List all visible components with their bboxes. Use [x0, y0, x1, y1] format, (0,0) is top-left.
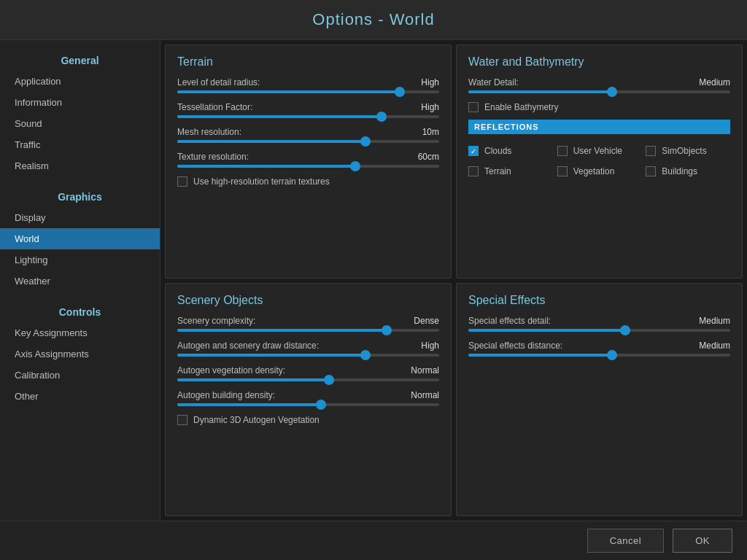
sidebar: General Application Information Sound Tr…	[0, 40, 160, 521]
lod-radius-label: Level of detail radius:	[177, 77, 260, 88]
dynamic-autogen-label: Dynamic 3D Autogen Vegetation	[193, 415, 320, 425]
reflect-buildings-checkbox[interactable]	[646, 166, 656, 176]
reflect-buildings-label: Buildings	[662, 166, 697, 176]
reflect-terrain-row: Terrain	[468, 166, 553, 176]
building-density-value: Normal	[411, 390, 439, 400]
texture-resolution-label: Texture resolution:	[177, 152, 249, 162]
building-density-track[interactable]	[177, 403, 439, 406]
controls-group-title: Controls	[0, 299, 160, 322]
ok-button[interactable]: OK	[673, 529, 732, 553]
scenery-title: Scenery Objects	[177, 294, 439, 307]
scenery-complexity-track[interactable]	[177, 329, 439, 332]
effects-detail-label: Special effects detail:	[468, 316, 551, 326]
reflect-uservehicle-checkbox[interactable]	[557, 146, 568, 156]
reflect-clouds-checkbox[interactable]	[468, 146, 479, 156]
sidebar-item-key-assignments[interactable]: Key Assignments	[0, 322, 160, 343]
water-detail-track[interactable]	[468, 90, 730, 93]
water-detail-value: Medium	[699, 77, 730, 88]
reflections-grid: Clouds User Vehicle SimObjects Terrain V…	[468, 140, 730, 176]
tessellation-label: Tessellation Factor:	[177, 102, 252, 112]
effects-detail-track[interactable]	[468, 329, 730, 332]
lod-radius-row: Level of detail radius: High	[177, 77, 439, 93]
texture-resolution-track[interactable]	[177, 165, 439, 168]
cancel-button[interactable]: Cancel	[587, 529, 664, 553]
autogen-draw-distance-track[interactable]	[177, 354, 439, 357]
sidebar-item-sound[interactable]: Sound	[0, 113, 160, 134]
building-density-row: Autogen building density: Normal	[177, 390, 439, 406]
high-res-terrain-label: Use high-resolution terrain textures	[193, 176, 330, 187]
special-effects-panel: Special Effects Special effects detail: …	[456, 283, 743, 517]
sidebar-item-other[interactable]: Other	[0, 386, 160, 407]
reflect-vegetation-row: Vegetation	[557, 166, 642, 176]
page-title: Options - World	[0, 0, 747, 40]
sidebar-item-application[interactable]: Application	[0, 71, 160, 92]
mesh-resolution-value: 10m	[422, 127, 439, 137]
effects-distance-value: Medium	[699, 341, 730, 351]
lod-radius-value: High	[421, 77, 439, 88]
tessellation-track[interactable]	[177, 115, 439, 118]
reflect-vegetation-checkbox[interactable]	[557, 166, 568, 176]
vegetation-density-track[interactable]	[177, 378, 439, 381]
building-density-label: Autogen building density:	[177, 390, 275, 400]
effects-distance-track[interactable]	[468, 354, 730, 357]
reflect-clouds-row: Clouds	[468, 146, 553, 156]
autogen-draw-distance-label: Autogen and scenery draw distance:	[177, 341, 319, 351]
bathymetry-checkbox[interactable]	[468, 102, 479, 112]
water-detail-row: Water Detail: Medium	[468, 77, 730, 93]
sidebar-item-information[interactable]: Information	[0, 92, 160, 113]
autogen-draw-distance-value: High	[421, 341, 439, 351]
sidebar-item-world[interactable]: World	[0, 228, 160, 249]
effects-distance-label: Special effects distance:	[468, 341, 562, 351]
effects-detail-value: Medium	[699, 316, 730, 326]
reflect-clouds-label: Clouds	[484, 146, 511, 156]
footer: Cancel OK	[0, 521, 747, 560]
effects-distance-row: Special effects distance: Medium	[468, 341, 730, 357]
graphics-group-title: Graphics	[0, 184, 160, 207]
special-effects-title: Special Effects	[468, 294, 730, 307]
reflect-terrain-checkbox[interactable]	[468, 166, 479, 176]
water-panel: Water and Bathymetry Water Detail: Mediu…	[456, 44, 743, 279]
content-area: Terrain Level of detail radius: High Tes…	[160, 40, 747, 521]
vegetation-density-value: Normal	[411, 365, 439, 376]
reflect-uservehicle-row: User Vehicle	[557, 146, 642, 156]
bathymetry-label: Enable Bathymetry	[484, 102, 558, 112]
water-title: Water and Bathymetry	[468, 55, 730, 69]
vegetation-density-label: Autogen vegetation density:	[177, 365, 285, 376]
effects-detail-row: Special effects detail: Medium	[468, 316, 730, 332]
reflect-vegetation-label: Vegetation	[573, 166, 615, 176]
sidebar-item-lighting[interactable]: Lighting	[0, 249, 160, 271]
dynamic-autogen-row: Dynamic 3D Autogen Vegetation	[177, 415, 439, 425]
terrain-panel: Terrain Level of detail radius: High Tes…	[165, 44, 452, 279]
reflect-uservehicle-label: User Vehicle	[573, 146, 622, 156]
general-group-title: General	[0, 47, 160, 71]
texture-resolution-value: 60cm	[418, 152, 439, 162]
scenery-complexity-row: Scenery complexity: Dense	[177, 316, 439, 332]
sidebar-item-traffic[interactable]: Traffic	[0, 134, 160, 155]
vegetation-density-row: Autogen vegetation density: Normal	[177, 365, 439, 381]
scenery-complexity-label: Scenery complexity:	[177, 316, 255, 326]
high-res-terrain-checkbox[interactable]	[177, 176, 187, 187]
reflect-simobjects-label: SimObjects	[662, 146, 706, 156]
terrain-title: Terrain	[177, 55, 439, 69]
reflect-simobjects-checkbox[interactable]	[646, 146, 656, 156]
sidebar-item-realism[interactable]: Realism	[0, 155, 160, 176]
texture-resolution-row: Texture resolution: 60cm	[177, 152, 439, 168]
high-res-terrain-row: Use high-resolution terrain textures	[177, 176, 439, 187]
mesh-resolution-row: Mesh resolution: 10m	[177, 127, 439, 143]
dynamic-autogen-checkbox[interactable]	[177, 415, 187, 425]
sidebar-item-calibration[interactable]: Calibration	[0, 365, 160, 386]
mesh-resolution-track[interactable]	[177, 140, 439, 143]
reflect-simobjects-row: SimObjects	[646, 146, 730, 156]
mesh-resolution-label: Mesh resolution:	[177, 127, 241, 137]
autogen-draw-distance-row: Autogen and scenery draw distance: High	[177, 341, 439, 357]
lod-radius-track[interactable]	[177, 90, 439, 93]
reflect-buildings-row: Buildings	[646, 166, 730, 176]
sidebar-item-axis-assignments[interactable]: Axis Assignments	[0, 343, 160, 365]
scenery-panel: Scenery Objects Scenery complexity: Dens…	[165, 283, 452, 517]
sidebar-item-weather[interactable]: Weather	[0, 271, 160, 292]
bathymetry-row: Enable Bathymetry	[468, 102, 730, 112]
sidebar-item-display[interactable]: Display	[0, 207, 160, 228]
tessellation-value: High	[421, 102, 439, 112]
reflect-terrain-label: Terrain	[484, 166, 511, 176]
water-detail-label: Water Detail:	[468, 77, 519, 88]
